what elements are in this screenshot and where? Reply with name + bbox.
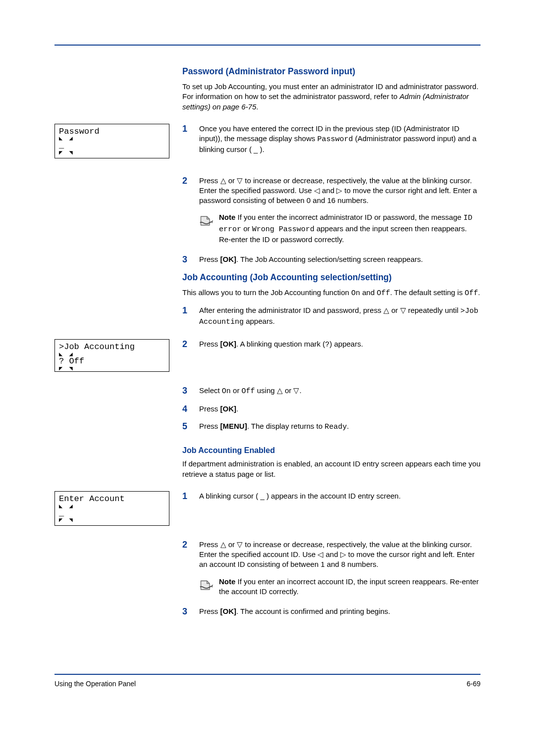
code-text: Off <box>465 289 478 298</box>
step: 3 Press [OK]. The Job Accounting selecti… <box>182 254 481 265</box>
step-text: After entering the administrator ID and … <box>199 305 481 328</box>
step-text: Press △ or ▽ to increase or decrease, re… <box>199 540 481 570</box>
text: . The display returns to <box>247 422 324 430</box>
row: Enter Account ◣ ◢ _ ◤ ◥ 1 A blinking cur… <box>54 491 481 526</box>
text: Press <box>199 607 220 615</box>
text: . <box>478 288 480 297</box>
step: 2 Press [OK]. A blinking question mark (… <box>182 339 481 350</box>
section-title: Password (Administrator Password input) <box>182 66 481 77</box>
step-number: 2 <box>182 176 191 206</box>
step-number: 5 <box>182 421 191 432</box>
chevron-indicator: ◣ ◢ <box>59 136 165 141</box>
step: 2 Press △ or ▽ to increase or decrease, … <box>182 176 481 206</box>
code-text: Off <box>376 289 390 298</box>
text: . <box>347 422 349 430</box>
note-label: Note <box>219 577 235 586</box>
step: 1 A blinking cursor ( _ ) appears in the… <box>182 491 481 502</box>
step: 1 Once you have entered the correct ID i… <box>182 124 481 155</box>
code-text: Off <box>242 387 255 396</box>
step-text: Press [OK]. A blinking question mark (?)… <box>199 339 363 350</box>
text: . The default setting is <box>390 288 465 297</box>
text: . <box>256 102 258 111</box>
key-label: [OK] <box>220 607 237 615</box>
step-number: 3 <box>182 254 191 265</box>
step: 3 Select On or Off using △ or ▽. <box>182 386 481 397</box>
section-password: Password (Administrator Password input) … <box>54 66 481 119</box>
step: 2 Press △ or ▽ to increase or decrease, … <box>182 540 481 570</box>
text: using △ or ▽. <box>255 386 302 395</box>
paragraph: If department administration is enabled,… <box>182 459 481 479</box>
step-number: 3 <box>182 386 191 397</box>
section-title: Job Accounting (Job Accounting selection… <box>182 272 481 283</box>
code-text: ? <box>325 341 329 349</box>
note-text: Note If you enter an incorrect account I… <box>219 577 481 597</box>
chevron-indicator: ◣ ◢ <box>59 504 165 509</box>
text: ) appears. <box>329 340 363 348</box>
text: and <box>360 288 376 297</box>
lcd-display: Password ◣ ◢ _ ◤ ◥ <box>54 124 169 158</box>
text: . The Job Accounting selection/setting s… <box>236 255 423 263</box>
text: If you enter an incorrect account ID, th… <box>219 577 479 596</box>
text: Select <box>199 386 222 395</box>
footer-right: 6-69 <box>467 680 481 688</box>
note-icon <box>199 578 213 592</box>
note-icon <box>199 214 213 228</box>
code-text: On <box>351 289 360 298</box>
step-number: 1 <box>182 491 191 502</box>
text: Press <box>199 340 220 348</box>
text: If you enter the incorrect administrator… <box>235 213 463 221</box>
note-block: Note If you enter an incorrect account I… <box>199 577 481 597</box>
code-text: Wrong Password <box>252 225 315 234</box>
step-text: Press △ or ▽ to increase or decrease, re… <box>199 176 481 206</box>
footer-left: Using the Operation Panel <box>54 680 136 688</box>
step: 1 After entering the administrator ID an… <box>182 305 481 328</box>
row: 3 Select On or Off using △ or ▽. 4 Press… <box>54 386 481 486</box>
step-number: 2 <box>182 339 191 350</box>
key-label: [OK] <box>220 340 237 348</box>
row: 2 Press △ or ▽ to increase or decrease, … <box>54 540 481 624</box>
step-text: Press [OK]. <box>199 404 238 415</box>
step-text: Press [OK]. The Job Accounting selection… <box>199 254 423 265</box>
chevron-indicator: ◤ ◥ <box>59 151 165 155</box>
lcd-line: _ <box>59 509 165 518</box>
paragraph: This allows you to turn the Job Accounti… <box>182 288 481 299</box>
step-text: Once you have entered the correct ID in … <box>199 124 481 155</box>
row: Password ◣ ◢ _ ◤ ◥ 1 Once you have enter… <box>54 124 481 162</box>
step-text: A blinking cursor ( _ ) appears in the a… <box>199 491 401 502</box>
lcd-line: Password <box>59 127 165 137</box>
key-label: [MENU] <box>220 422 247 430</box>
lcd-line: >Job Accounting <box>59 343 165 352</box>
bottom-rule <box>54 674 481 675</box>
code-text: Password <box>317 135 353 144</box>
key-label: [OK] <box>220 255 237 263</box>
step-number: 1 <box>182 124 191 155</box>
code-text: Ready <box>324 423 347 431</box>
text: or <box>231 386 242 395</box>
code-text: On <box>222 387 231 396</box>
step-number: 4 <box>182 404 191 415</box>
text: Press <box>199 255 220 263</box>
step: 5 Press [MENU]. The display returns to R… <box>182 421 481 432</box>
page: Password (Administrator Password input) … <box>0 0 535 717</box>
text: appears. <box>244 317 275 325</box>
step-text: Press [MENU]. The display returns to Rea… <box>199 421 349 432</box>
row: 2 Press △ or ▽ to increase or decrease, … <box>54 176 481 335</box>
step: 4 Press [OK]. <box>182 404 481 415</box>
text: . The account is confirmed and printing … <box>236 607 390 615</box>
text: This allows you to turn the Job Accounti… <box>182 288 351 297</box>
step-text: Press [OK]. The account is confirmed and… <box>199 606 390 617</box>
row: >Job Accounting ◣ ◢ ? Off ◤ ◥ 2 Press [O… <box>54 339 481 372</box>
text: Press <box>199 404 220 413</box>
lcd-display: Enter Account ◣ ◢ _ ◤ ◥ <box>54 491 169 526</box>
lcd-display: >Job Accounting ◣ ◢ ? Off ◤ ◥ <box>54 339 169 372</box>
step-text: Select On or Off using △ or ▽. <box>199 386 302 397</box>
text: After entering the administrator ID and … <box>199 306 461 314</box>
lcd-line: _ <box>59 141 165 151</box>
key-label: [OK] <box>220 404 237 413</box>
subsection-title: Job Accounting Enabled <box>182 446 481 455</box>
step-number: 1 <box>182 305 191 328</box>
step-number: 2 <box>182 540 191 570</box>
paragraph: To set up Job Accounting, you must enter… <box>182 82 481 112</box>
step-number: 3 <box>182 606 191 617</box>
chevron-indicator: ◤ ◥ <box>59 366 165 371</box>
